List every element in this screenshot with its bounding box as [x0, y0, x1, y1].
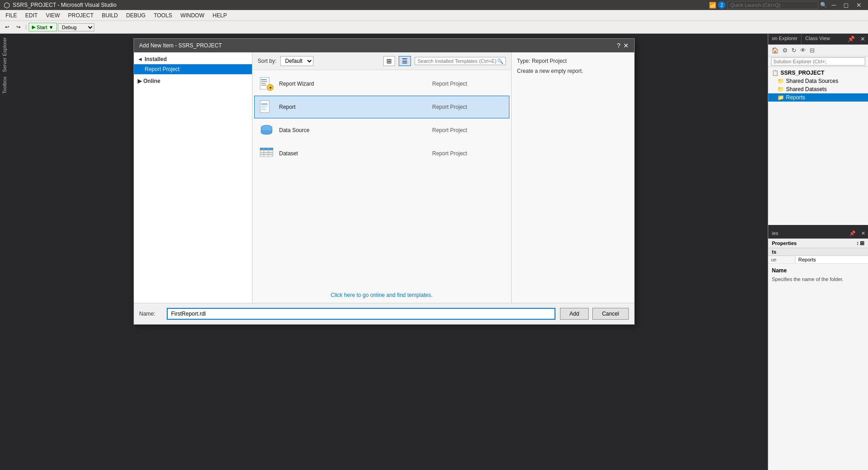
dialog-installed-section[interactable]: ◄ Installed	[134, 54, 252, 64]
menu-build[interactable]: BUILD	[98, 11, 121, 20]
template-search-input[interactable]	[417, 57, 497, 65]
template-report[interactable]: Report Report Project	[254, 96, 509, 118]
svg-rect-11	[261, 109, 267, 110]
dialog-online-section[interactable]: ▶ Online	[134, 76, 252, 86]
config-select[interactable]: Debug Release	[58, 23, 94, 31]
data-source-type: Report Project	[432, 127, 505, 133]
cancel-button[interactable]: Cancel	[592, 308, 628, 320]
template-list: ✦ Report Wizard Report Project	[252, 70, 511, 287]
footer-buttons: Add Cancel	[560, 308, 629, 320]
se-shared-datasets[interactable]: 📁 Shared Datasets	[768, 85, 868, 93]
svg-rect-16	[260, 155, 273, 157]
dialog-footer: Name: Add Cancel	[134, 303, 634, 324]
online-arrow-icon: ▶	[138, 78, 142, 84]
se-props-icon[interactable]: ⚙	[781, 46, 789, 54]
se-reports[interactable]: 📁 Reports	[768, 93, 868, 102]
search-box: 🔍	[415, 57, 506, 65]
prop-grid-icon[interactable]: ⊞	[860, 240, 864, 246]
svg-rect-15	[260, 153, 273, 154]
toolbar: ↩ ↪ | ▶ Start ▼ Debug Release	[0, 21, 868, 34]
dialog-templates-panel: Sort by: Default Name Type ⊞ ☰ 🔍	[252, 52, 511, 303]
menu-window[interactable]: WINDOW	[177, 11, 208, 20]
se-divider	[768, 225, 868, 229]
report-type: Report Project	[432, 104, 505, 110]
se-project-root[interactable]: 📋 SSRS_PROJECT	[768, 69, 868, 77]
sort-select[interactable]: Default Name Type	[280, 56, 313, 66]
svg-rect-3	[261, 83, 266, 84]
name-label: Name:	[139, 311, 162, 317]
se-collapse-icon[interactable]: ⊟	[808, 46, 816, 54]
window-title: SSRS_PROJECT - Microsoft Visual Studio	[13, 2, 117, 8]
quick-launch-input[interactable]	[727, 1, 818, 9]
vs-logo-icon: ⬡	[4, 1, 10, 10]
list-view-btn[interactable]: ☰	[399, 56, 411, 66]
prop-section-ts: ts	[768, 248, 868, 256]
title-bar: ⬡ SSRS_PROJECT - Microsoft Visual Studio…	[0, 0, 868, 10]
template-dataset[interactable]: Dataset Report Project	[254, 142, 509, 165]
menu-debug[interactable]: DEBUG	[123, 11, 149, 20]
se-show-all-icon[interactable]: 👁	[799, 46, 807, 54]
solution-explorer-panel: on Explorer Class View 📌 ✕ 🏠 ⚙ ↻ 👁 ⊟ 📋 S…	[768, 34, 868, 225]
menu-view[interactable]: VIEW	[42, 11, 64, 20]
data-source-icon	[258, 122, 275, 138]
dialog-title: Add New Item - SSRS_PROJECT	[139, 42, 222, 49]
se-pin-icon[interactable]: 📌	[845, 34, 858, 44]
close-btn[interactable]: ✕	[853, 1, 864, 9]
prop-title: Properties ↕ ⊞	[768, 239, 868, 248]
toolbar-start[interactable]: ▶ Start ▼	[29, 23, 57, 31]
dialog-close-icon[interactable]: ✕	[623, 42, 629, 49]
dataset-type: Report Project	[432, 150, 505, 157]
svg-rect-13	[260, 148, 273, 150]
tab-properties[interactable]: ies	[768, 229, 782, 238]
reports-label: Reports	[786, 94, 805, 101]
sort-label: Sort by:	[258, 58, 277, 64]
properties-panel: ies 📌 ✕ Properties ↕ ⊞ ts ue Reports Nam…	[768, 229, 868, 470]
menu-tools[interactable]: TOOLS	[150, 11, 175, 20]
installed-arrow-icon: ◄	[138, 56, 143, 62]
menu-edit[interactable]: EDIT	[21, 11, 41, 20]
template-data-source[interactable]: Data Source Report Project	[254, 119, 509, 142]
se-new-solution-icon[interactable]: 🏠	[770, 46, 780, 54]
notification-count[interactable]: 2	[718, 1, 725, 9]
prop-tab-strip: ies 📌 ✕	[768, 229, 868, 239]
dialog-report-project-item[interactable]: Report Project	[134, 64, 252, 74]
se-refresh-icon[interactable]: ↻	[790, 46, 798, 54]
menu-file[interactable]: FILE	[2, 11, 21, 20]
start-icon: ▶	[32, 24, 36, 30]
online-label: Online	[144, 78, 160, 84]
add-new-item-dialog: Add New Item - SSRS_PROJECT ? ✕ ◄ Instal…	[134, 38, 635, 325]
se-search-input[interactable]	[771, 57, 865, 66]
tab-class-view[interactable]: Class View	[801, 34, 833, 44]
online-templates-link[interactable]: Click here to go online and find templat…	[331, 292, 432, 298]
type-info-label: Type: Report Project	[517, 58, 629, 64]
folder-icon-2: 📁	[777, 86, 784, 92]
se-search-bar	[768, 56, 868, 67]
report-name: Report	[279, 104, 432, 110]
se-close-icon[interactable]: ✕	[858, 34, 868, 44]
prop-close-icon[interactable]: ✕	[858, 229, 868, 238]
project-icon: 📋	[772, 70, 779, 76]
svg-rect-8	[261, 103, 267, 105]
toolbar-undo[interactable]: ↩	[2, 23, 12, 31]
template-report-wizard[interactable]: ✦ Report Wizard Report Project	[254, 72, 509, 95]
restore-btn[interactable]: ◻	[841, 1, 852, 9]
prop-name-heading: Name	[768, 264, 868, 276]
prop-pin-icon[interactable]: 📌	[847, 229, 858, 238]
filename-input[interactable]	[167, 308, 555, 320]
menu-bar: FILE EDIT VIEW PROJECT BUILD DEBUG TOOLS…	[0, 10, 868, 21]
svg-rect-14	[260, 150, 273, 152]
menu-project[interactable]: PROJECT	[64, 11, 97, 20]
svg-rect-2	[261, 81, 267, 82]
tab-solution-explorer[interactable]: on Explorer	[768, 34, 801, 44]
se-shared-data-sources[interactable]: 📁 Shared Data Sources	[768, 77, 868, 85]
svg-rect-9	[261, 106, 267, 107]
minimize-btn[interactable]: ─	[829, 1, 839, 9]
toolbar-redo[interactable]: ↪	[13, 23, 24, 31]
grid-view-btn[interactable]: ⊞	[383, 56, 395, 66]
prop-sort-icon[interactable]: ↕	[856, 240, 859, 246]
prop-row-name: ue Reports	[768, 256, 868, 264]
menu-help[interactable]: HELP	[209, 11, 231, 20]
sort-bar: Sort by: Default Name Type ⊞ ☰ 🔍	[252, 52, 511, 70]
add-button[interactable]: Add	[560, 308, 589, 320]
dialog-help-icon[interactable]: ?	[617, 42, 621, 49]
